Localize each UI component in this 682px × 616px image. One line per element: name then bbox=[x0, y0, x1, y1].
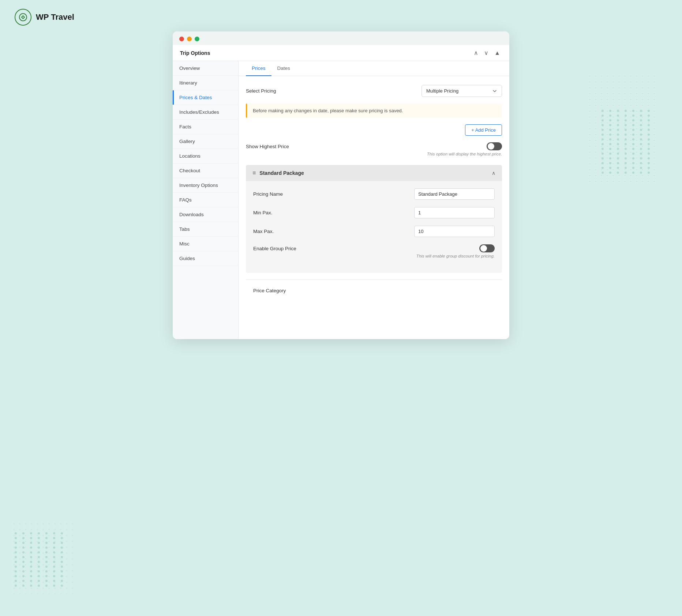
sidebar-item-misc[interactable]: Misc bbox=[173, 237, 238, 251]
sidebar-item-locations[interactable]: Locations bbox=[173, 149, 238, 164]
pricing-name-label: Pricing Name bbox=[253, 191, 414, 197]
tab-dates[interactable]: Dates bbox=[271, 61, 296, 76]
max-pax-label: Max Pax. bbox=[253, 229, 414, 234]
sidebar-item-inventory-options[interactable]: Inventory Options bbox=[173, 178, 238, 193]
select-pricing-label: Select Pricing bbox=[246, 88, 421, 94]
package-title: Standard Package bbox=[259, 170, 304, 176]
sidebar-item-itinerary[interactable]: Itinerary bbox=[173, 76, 238, 90]
logo-circle bbox=[15, 9, 31, 26]
content-tabs: Prices Dates bbox=[239, 61, 509, 76]
svg-point-0 bbox=[19, 14, 27, 21]
window-close-dot[interactable] bbox=[179, 37, 184, 41]
sidebar-item-checkout[interactable]: Checkout bbox=[173, 164, 238, 178]
show-highest-price-toggle[interactable] bbox=[487, 142, 502, 150]
trip-options-bar: Trip Options ∧ ∨ ▲ bbox=[173, 45, 509, 61]
chevron-down-icon bbox=[492, 89, 497, 94]
main-window: Trip Options ∧ ∨ ▲ Overview Itinerary Pr… bbox=[173, 31, 509, 339]
standard-package-section: ≡ Standard Package ∧ Pricing Name bbox=[246, 165, 502, 273]
app-header: WP Travel bbox=[0, 0, 682, 31]
show-highest-price-row: Show Highest Price This option will disp… bbox=[246, 142, 502, 156]
pricing-name-row: Pricing Name bbox=[253, 188, 495, 200]
window-maximize-dot[interactable] bbox=[195, 37, 199, 41]
package-header[interactable]: ≡ Standard Package ∧ bbox=[246, 165, 502, 181]
prices-content-area: Select Pricing Multiple Pricing Before m… bbox=[239, 76, 509, 310]
min-pax-row: Min Pax. bbox=[253, 207, 495, 218]
enable-group-price-row: Enable Group Price This will enable grou… bbox=[253, 244, 495, 258]
trip-options-collapse-btn[interactable]: ▲ bbox=[492, 49, 502, 57]
max-pax-row: Max Pax. bbox=[253, 226, 495, 237]
main-content: Prices Dates Select Pricing Multiple Pri… bbox=[239, 61, 509, 339]
group-price-right: This will enable group discount for pric… bbox=[416, 244, 495, 258]
sidebar: Overview Itinerary Prices & Dates Includ… bbox=[173, 61, 239, 339]
add-price-button[interactable]: + Add Price bbox=[465, 124, 502, 136]
select-pricing-row: Select Pricing Multiple Pricing bbox=[246, 85, 502, 97]
select-pricing-dropdown[interactable]: Multiple Pricing bbox=[421, 85, 502, 97]
sidebar-item-gallery[interactable]: Gallery bbox=[173, 134, 238, 149]
window-minimize-dot[interactable] bbox=[187, 37, 192, 41]
window-titlebar bbox=[173, 31, 509, 45]
sidebar-item-downloads[interactable]: Downloads bbox=[173, 207, 238, 222]
select-pricing-wrapper: Multiple Pricing bbox=[421, 85, 502, 97]
package-collapse-icon: ∧ bbox=[492, 170, 495, 176]
sidebar-item-prices-dates[interactable]: Prices & Dates bbox=[173, 90, 238, 105]
price-category-section: Price Category bbox=[246, 279, 502, 301]
trip-options-down-btn[interactable]: ∨ bbox=[482, 49, 490, 57]
group-price-hint: This will enable group discount for pric… bbox=[416, 254, 495, 258]
package-header-left: ≡ Standard Package bbox=[252, 170, 304, 176]
decorative-dots-left bbox=[15, 532, 66, 587]
sidebar-item-faqs[interactable]: FAQs bbox=[173, 193, 238, 207]
max-pax-input[interactable] bbox=[414, 226, 495, 237]
min-pax-input[interactable] bbox=[414, 207, 495, 218]
enable-group-price-toggle[interactable] bbox=[479, 244, 495, 252]
trip-options-controls: ∧ ∨ ▲ bbox=[472, 49, 502, 57]
package-body: Pricing Name Min Pax. Max Pax. bbox=[246, 181, 502, 273]
trip-options-title: Trip Options bbox=[180, 50, 210, 56]
sidebar-item-guides[interactable]: Guides bbox=[173, 251, 238, 266]
add-price-row: + Add Price bbox=[246, 124, 502, 142]
sidebar-item-includes-excludes[interactable]: Includes/Excludes bbox=[173, 105, 238, 120]
sidebar-item-facts[interactable]: Facts bbox=[173, 120, 238, 134]
select-pricing-value: Multiple Pricing bbox=[426, 88, 458, 94]
show-highest-price-label: Show Highest Price bbox=[246, 142, 427, 149]
notice-text: Before making any changes in date, pleas… bbox=[253, 108, 403, 113]
min-pax-label: Min Pax. bbox=[253, 210, 414, 215]
sidebar-item-tabs[interactable]: Tabs bbox=[173, 222, 238, 237]
enable-group-price-label: Enable Group Price bbox=[253, 244, 416, 251]
tab-prices[interactable]: Prices bbox=[246, 61, 271, 76]
show-highest-price-right: This option will display the highest pri… bbox=[427, 142, 502, 156]
pricing-notice: Before making any changes in date, pleas… bbox=[246, 104, 502, 118]
trip-options-up-btn[interactable]: ∧ bbox=[472, 49, 480, 57]
app-title: WP Travel bbox=[36, 12, 74, 22]
sidebar-item-overview[interactable]: Overview bbox=[173, 61, 238, 76]
show-highest-price-hint: This option will display the highest pri… bbox=[427, 152, 502, 156]
decorative-dots-right bbox=[602, 110, 653, 174]
package-menu-icon: ≡ bbox=[252, 170, 256, 176]
window-body: Overview Itinerary Prices & Dates Includ… bbox=[173, 61, 509, 339]
pricing-name-input[interactable] bbox=[414, 188, 495, 200]
price-category-label: Price Category bbox=[253, 288, 286, 293]
